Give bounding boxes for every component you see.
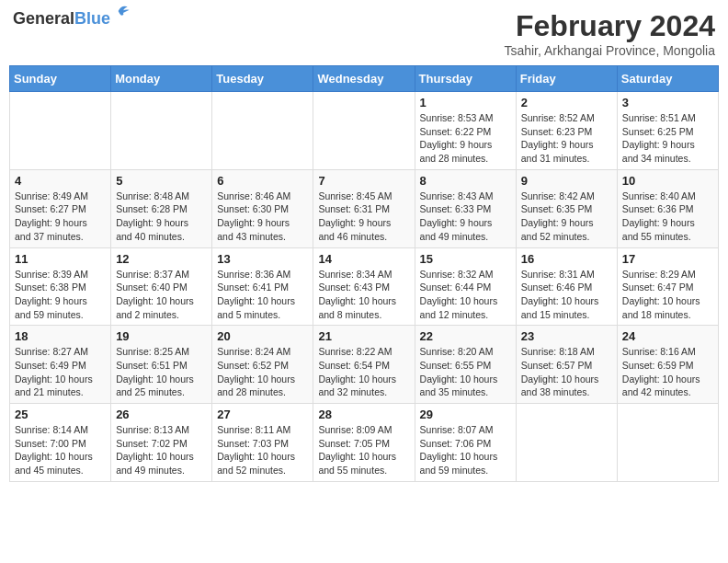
day-info: Sunrise: 8:53 AM Sunset: 6:22 PM Dayligh… <box>420 111 511 166</box>
calendar-day-cell: 3Sunrise: 8:51 AM Sunset: 6:25 PM Daylig… <box>617 92 718 170</box>
calendar-week-row: 1Sunrise: 8:53 AM Sunset: 6:22 PM Daylig… <box>10 92 719 170</box>
day-number: 19 <box>116 329 207 343</box>
calendar-day-cell: 17Sunrise: 8:29 AM Sunset: 6:47 PM Dayli… <box>617 247 718 326</box>
day-info: Sunrise: 8:34 AM Sunset: 6:43 PM Dayligh… <box>318 268 409 322</box>
calendar-day-cell: 28Sunrise: 8:09 AM Sunset: 7:05 PM Dayli… <box>313 404 415 482</box>
day-info: Sunrise: 8:42 AM Sunset: 6:35 PM Dayligh… <box>521 190 612 244</box>
calendar-week-row: 11Sunrise: 8:39 AM Sunset: 6:38 PM Dayli… <box>10 247 719 326</box>
day-number: 4 <box>15 174 106 188</box>
calendar-day-cell: 8Sunrise: 8:43 AM Sunset: 6:33 PM Daylig… <box>415 169 516 247</box>
day-number: 7 <box>318 174 409 188</box>
day-info: Sunrise: 8:52 AM Sunset: 6:23 PM Dayligh… <box>521 111 612 166</box>
day-info: Sunrise: 8:25 AM Sunset: 6:51 PM Dayligh… <box>116 345 207 399</box>
day-number: 9 <box>521 174 612 188</box>
weekday-header: Friday <box>516 66 617 92</box>
day-number: 25 <box>15 408 106 421</box>
calendar-day-cell: 4Sunrise: 8:49 AM Sunset: 6:27 PM Daylig… <box>10 169 111 247</box>
day-info: Sunrise: 8:29 AM Sunset: 6:47 PM Dayligh… <box>622 268 713 322</box>
calendar-day-cell: 20Sunrise: 8:24 AM Sunset: 6:52 PM Dayli… <box>212 326 313 404</box>
logo: GeneralBlue <box>13 9 110 29</box>
day-number: 21 <box>318 329 409 343</box>
weekday-header: Monday <box>111 66 212 92</box>
calendar-day-cell: 26Sunrise: 8:13 AM Sunset: 7:02 PM Dayli… <box>111 404 212 482</box>
day-info: Sunrise: 8:18 AM Sunset: 6:57 PM Dayligh… <box>521 345 612 399</box>
day-number: 22 <box>420 329 511 343</box>
day-info: Sunrise: 8:40 AM Sunset: 6:36 PM Dayligh… <box>622 190 713 244</box>
calendar-day-cell: 21Sunrise: 8:22 AM Sunset: 6:54 PM Dayli… <box>313 326 415 404</box>
weekday-header: Tuesday <box>212 66 313 92</box>
calendar-day-cell: 9Sunrise: 8:42 AM Sunset: 6:35 PM Daylig… <box>516 169 617 247</box>
calendar-week-row: 25Sunrise: 8:14 AM Sunset: 7:00 PM Dayli… <box>10 404 719 482</box>
location-subtitle: Tsahir, Arkhangai Province, Mongolia <box>504 43 715 58</box>
calendar-day-cell: 16Sunrise: 8:31 AM Sunset: 6:46 PM Dayli… <box>516 247 617 326</box>
calendar-day-cell: 13Sunrise: 8:36 AM Sunset: 6:41 PM Dayli… <box>212 247 313 326</box>
day-number: 29 <box>420 408 511 421</box>
calendar-header-row: SundayMondayTuesdayWednesdayThursdayFrid… <box>10 66 719 92</box>
day-number: 28 <box>318 408 409 421</box>
calendar-day-cell <box>617 404 718 482</box>
weekday-header: Wednesday <box>313 66 415 92</box>
title-area: February 2024 Tsahir, Arkhangai Province… <box>504 9 715 58</box>
day-number: 15 <box>420 252 511 266</box>
day-number: 16 <box>521 252 612 266</box>
calendar-day-cell: 2Sunrise: 8:52 AM Sunset: 6:23 PM Daylig… <box>516 92 617 170</box>
day-info: Sunrise: 8:36 AM Sunset: 6:41 PM Dayligh… <box>217 268 308 322</box>
day-info: Sunrise: 8:31 AM Sunset: 6:46 PM Dayligh… <box>521 268 612 322</box>
logo-general: General <box>13 9 74 28</box>
day-number: 13 <box>217 252 308 266</box>
header: GeneralBlue February 2024 Tsahir, Arkhan… <box>9 9 719 58</box>
day-number: 23 <box>521 329 612 343</box>
calendar-day-cell <box>313 92 415 170</box>
day-number: 10 <box>622 174 713 188</box>
day-number: 5 <box>116 174 207 188</box>
day-number: 27 <box>217 408 308 421</box>
day-number: 24 <box>622 329 713 343</box>
weekday-header: Saturday <box>617 66 718 92</box>
day-number: 17 <box>622 252 713 266</box>
calendar-day-cell: 27Sunrise: 8:11 AM Sunset: 7:03 PM Dayli… <box>212 404 313 482</box>
day-info: Sunrise: 8:16 AM Sunset: 6:59 PM Dayligh… <box>622 345 713 399</box>
day-number: 6 <box>217 174 308 188</box>
day-number: 26 <box>116 408 207 421</box>
calendar-day-cell: 1Sunrise: 8:53 AM Sunset: 6:22 PM Daylig… <box>415 92 516 170</box>
day-info: Sunrise: 8:43 AM Sunset: 6:33 PM Dayligh… <box>420 190 511 244</box>
calendar-day-cell: 25Sunrise: 8:14 AM Sunset: 7:00 PM Dayli… <box>10 404 111 482</box>
calendar-table: SundayMondayTuesdayWednesdayThursdayFrid… <box>9 65 719 482</box>
calendar-day-cell: 10Sunrise: 8:40 AM Sunset: 6:36 PM Dayli… <box>617 169 718 247</box>
day-info: Sunrise: 8:48 AM Sunset: 6:28 PM Dayligh… <box>116 190 207 244</box>
calendar-day-cell: 22Sunrise: 8:20 AM Sunset: 6:55 PM Dayli… <box>415 326 516 404</box>
day-number: 1 <box>420 96 511 109</box>
day-info: Sunrise: 8:45 AM Sunset: 6:31 PM Dayligh… <box>318 190 409 244</box>
calendar-day-cell: 5Sunrise: 8:48 AM Sunset: 6:28 PM Daylig… <box>111 169 212 247</box>
day-number: 18 <box>15 329 106 343</box>
day-info: Sunrise: 8:39 AM Sunset: 6:38 PM Dayligh… <box>15 268 106 322</box>
calendar-day-cell: 6Sunrise: 8:46 AM Sunset: 6:30 PM Daylig… <box>212 169 313 247</box>
calendar-day-cell: 24Sunrise: 8:16 AM Sunset: 6:59 PM Dayli… <box>617 326 718 404</box>
day-info: Sunrise: 8:51 AM Sunset: 6:25 PM Dayligh… <box>622 111 713 166</box>
day-info: Sunrise: 8:20 AM Sunset: 6:55 PM Dayligh… <box>420 345 511 399</box>
day-info: Sunrise: 8:22 AM Sunset: 6:54 PM Dayligh… <box>318 345 409 399</box>
day-info: Sunrise: 8:11 AM Sunset: 7:03 PM Dayligh… <box>217 423 308 477</box>
calendar-day-cell: 23Sunrise: 8:18 AM Sunset: 6:57 PM Dayli… <box>516 326 617 404</box>
weekday-header: Sunday <box>10 66 111 92</box>
calendar-day-cell: 11Sunrise: 8:39 AM Sunset: 6:38 PM Dayli… <box>10 247 111 326</box>
calendar-day-cell: 12Sunrise: 8:37 AM Sunset: 6:40 PM Dayli… <box>111 247 212 326</box>
day-number: 20 <box>217 329 308 343</box>
day-info: Sunrise: 8:09 AM Sunset: 7:05 PM Dayligh… <box>318 423 409 477</box>
day-info: Sunrise: 8:13 AM Sunset: 7:02 PM Dayligh… <box>116 423 207 477</box>
day-number: 8 <box>420 174 511 188</box>
day-number: 12 <box>116 252 207 266</box>
calendar-day-cell: 15Sunrise: 8:32 AM Sunset: 6:44 PM Dayli… <box>415 247 516 326</box>
logo-bird-icon <box>112 2 131 20</box>
day-number: 2 <box>521 96 612 109</box>
day-number: 3 <box>622 96 713 109</box>
day-number: 11 <box>15 252 106 266</box>
day-number: 14 <box>318 252 409 266</box>
weekday-header: Thursday <box>415 66 516 92</box>
day-info: Sunrise: 8:32 AM Sunset: 6:44 PM Dayligh… <box>420 268 511 322</box>
day-info: Sunrise: 8:24 AM Sunset: 6:52 PM Dayligh… <box>217 345 308 399</box>
calendar-day-cell <box>516 404 617 482</box>
calendar-day-cell: 29Sunrise: 8:07 AM Sunset: 7:06 PM Dayli… <box>415 404 516 482</box>
day-info: Sunrise: 8:37 AM Sunset: 6:40 PM Dayligh… <box>116 268 207 322</box>
calendar-day-cell: 18Sunrise: 8:27 AM Sunset: 6:49 PM Dayli… <box>10 326 111 404</box>
